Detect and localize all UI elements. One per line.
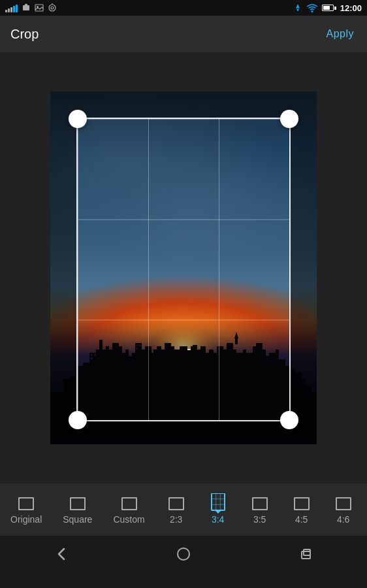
signal-icon (5, 3, 18, 12)
svg-marker-23 (215, 511, 221, 514)
crop-handle-bottom-right[interactable] (280, 411, 298, 429)
crop-icon-2:3 (168, 497, 184, 510)
crop-option-icon-original (16, 496, 37, 512)
crop-option-icon-4:6 (333, 496, 354, 512)
photo-container (50, 91, 317, 444)
status-icons-right: 12:00 (293, 3, 362, 13)
svg-rect-26 (304, 549, 310, 555)
svg-rect-0 (23, 5, 29, 10)
crop-dark-top (50, 91, 317, 118)
crop-dark-right (291, 118, 317, 421)
crop-option-3:5[interactable]: 3:5 (239, 484, 281, 536)
crop-icon-3:5 (252, 497, 268, 510)
status-time: 12:00 (340, 3, 362, 13)
crop-option-label-4:6: 4:6 (337, 514, 349, 525)
crop-option-icon-2:3 (166, 496, 187, 512)
canvas-area (0, 52, 367, 483)
crop-handle-bottom-left[interactable] (69, 411, 87, 429)
notification-icon (22, 3, 31, 12)
crop-dark-bottom (50, 421, 317, 444)
status-bar: 12:00 (0, 0, 367, 16)
svg-rect-1 (25, 4, 27, 6)
svg-point-7 (311, 10, 313, 12)
crop-option-square[interactable]: Square (52, 484, 103, 536)
crop-option-label-2:3: 2:3 (170, 514, 182, 525)
svg-point-24 (178, 548, 189, 560)
crop-option-icon-3:4 (208, 496, 229, 512)
airplane-icon (293, 3, 302, 12)
crop-option-label-custom: Custom (113, 514, 144, 525)
crop-option-label-square: Square (63, 514, 92, 525)
crop-options-toolbar: OriginalSquareCustom2:33:43:54:54:65:65:… (0, 483, 367, 536)
crop-option-label-3:4: 3:4 (212, 514, 224, 525)
crop-handle-top-right[interactable] (280, 110, 298, 128)
image-icon (35, 3, 44, 12)
recents-button[interactable] (286, 541, 325, 567)
svg-rect-18 (212, 493, 225, 510)
nav-bar (0, 536, 367, 572)
crop-icon-custom (121, 497, 137, 510)
crop-box[interactable] (76, 118, 291, 421)
wifi-icon (306, 3, 318, 12)
media-icon (48, 3, 57, 12)
crop-option-5:6[interactable]: 5:6 (364, 484, 367, 536)
crop-option-label-original: Original (10, 514, 42, 525)
home-button[interactable] (164, 541, 203, 567)
crop-option-label-3:5: 3:5 (253, 514, 266, 525)
crop-dark-left (50, 118, 76, 421)
top-bar: Crop Apply (0, 16, 367, 52)
back-button[interactable] (42, 541, 81, 567)
crop-icon-original (18, 497, 34, 510)
crop-option-icon-square (67, 496, 88, 512)
crop-option-custom[interactable]: Custom (103, 484, 155, 536)
svg-point-3 (37, 6, 39, 8)
crop-option-icon-4:5 (291, 496, 312, 512)
apply-button[interactable]: Apply (323, 23, 357, 45)
crop-option-label-4:5: 4:5 (295, 514, 308, 525)
crop-34-icon (209, 493, 227, 514)
crop-icon-square (70, 497, 86, 510)
crop-icon-4:6 (336, 497, 351, 510)
page-title: Crop (10, 27, 39, 42)
battery-icon (322, 5, 336, 11)
svg-point-4 (49, 5, 56, 11)
crop-option-icon-custom (119, 496, 140, 512)
crop-overlay (50, 91, 317, 444)
crop-handle-top-left[interactable] (69, 110, 87, 128)
crop-option-4:5[interactable]: 4:5 (281, 484, 323, 536)
crop-icon-4:5 (294, 497, 310, 510)
svg-point-5 (51, 7, 54, 9)
crop-option-original[interactable]: Original (0, 484, 52, 536)
crop-option-icon-3:5 (249, 496, 270, 512)
crop-option-2:3[interactable]: 2:3 (155, 484, 197, 536)
status-icons-left (5, 3, 57, 12)
crop-option-4:6[interactable]: 4:6 (323, 484, 364, 536)
crop-option-3:4[interactable]: 3:4 (197, 484, 239, 536)
